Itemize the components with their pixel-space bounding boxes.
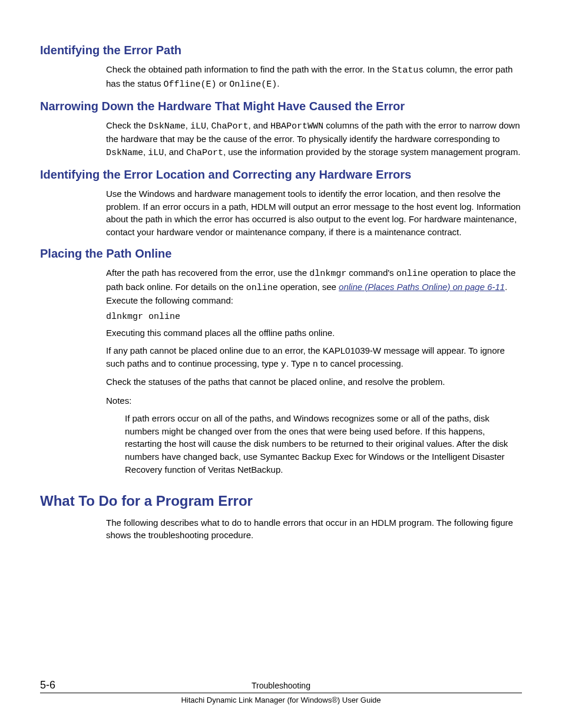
footer-subtitle: Hitachi Dynamic Link Manager (for Window… bbox=[40, 696, 522, 704]
code-inline: DskName bbox=[148, 121, 186, 131]
text-run: to cancel processing. bbox=[318, 358, 404, 368]
section-heading: Placing the Path Online bbox=[40, 247, 522, 261]
code-inline: n bbox=[313, 360, 318, 370]
code-inline: Offline(E) bbox=[164, 80, 217, 90]
section-heading: Identifying the Error Path bbox=[40, 44, 522, 57]
text-run: command's bbox=[346, 268, 396, 278]
text-run: Check the bbox=[106, 120, 148, 130]
code-inline: ChaPort bbox=[186, 148, 223, 158]
code-inline: Status bbox=[392, 65, 424, 75]
text-run: , and bbox=[248, 120, 270, 130]
paragraph: The following describes what to do to ha… bbox=[106, 516, 522, 542]
text-run: . bbox=[277, 78, 279, 88]
paragraph: Use the Windows and hardware management … bbox=[106, 187, 522, 239]
code-inline: online bbox=[246, 283, 278, 293]
cross-reference-link[interactable]: online (Places Paths Online) on page 6-1… bbox=[339, 282, 505, 292]
footer-title: Troubleshooting bbox=[106, 681, 456, 690]
text-run: . Type bbox=[286, 358, 313, 368]
paragraph: Check the statuses of the paths that can… bbox=[106, 375, 522, 388]
notes-body: If path errors occur on all of the paths… bbox=[125, 412, 522, 476]
code-inline: ChaPort bbox=[211, 121, 248, 131]
code-inline: iLU bbox=[148, 148, 164, 158]
paragraph: Check the obtained path information to f… bbox=[106, 63, 522, 91]
paragraph: If any path cannot be placed online due … bbox=[106, 344, 522, 371]
code-inline: Online(E) bbox=[229, 80, 277, 90]
text-run: , bbox=[186, 120, 190, 130]
page-footer: 5-6 Troubleshooting Hitachi Dynamic Link… bbox=[40, 679, 522, 704]
page-number: 5-6 bbox=[40, 679, 106, 691]
code-inline: iLU bbox=[190, 121, 206, 131]
code-inline: DskName bbox=[106, 148, 143, 158]
code-inline: online bbox=[396, 269, 428, 279]
paragraph: Executing this command places all the of… bbox=[106, 327, 522, 340]
text-run: , and bbox=[164, 147, 186, 157]
text-run: operation, see bbox=[278, 282, 339, 292]
section-heading: Narrowing Down the Hardware That Might H… bbox=[40, 100, 522, 113]
section-heading: Identifying the Error Location and Corre… bbox=[40, 168, 522, 182]
section-heading: What To Do for a Program Error bbox=[40, 493, 522, 509]
code-inline: HBAPortWWN bbox=[270, 121, 323, 131]
paragraph: After the path has recovered from the er… bbox=[106, 266, 522, 307]
text-run: Check the obtained path information to f… bbox=[106, 64, 392, 74]
code-inline: y bbox=[281, 360, 286, 370]
code-inline: dlnkmgr bbox=[309, 269, 346, 279]
notes-label: Notes: bbox=[106, 394, 522, 407]
paragraph: Check the DskName, iLU, ChaPort, and HBA… bbox=[106, 119, 522, 160]
text-run: After the path has recovered from the er… bbox=[106, 268, 309, 278]
code-block: dlnkmgr online bbox=[106, 312, 522, 322]
text-run: , use the information provided by the st… bbox=[223, 147, 520, 157]
text-run: or bbox=[217, 78, 230, 88]
